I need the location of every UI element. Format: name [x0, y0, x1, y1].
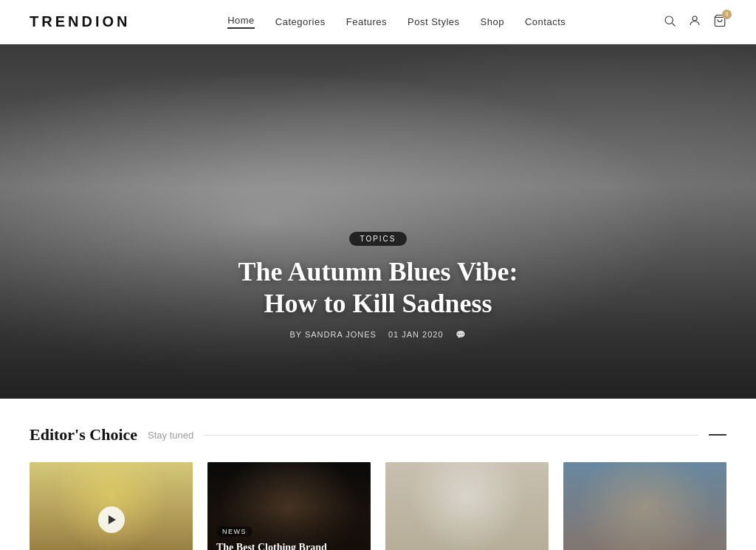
card-2-overlay-text: NEWS The Best Clothing Brand Commercial: [207, 515, 371, 550]
nav-shop[interactable]: Shop: [481, 16, 504, 27]
hero-meta: BY SANDRA JONES 01 JAN 2020 💬: [0, 330, 756, 340]
hero-topic-badge[interactable]: TOPICS: [349, 232, 406, 246]
card-1[interactable]: NEWS Trending Photos on the Internet thi…: [30, 462, 193, 550]
svg-point-2: [693, 16, 697, 21]
section-divider-dash: [709, 434, 726, 436]
section-title: Editor's Choice: [30, 425, 137, 444]
section-subtitle: Stay tuned: [148, 430, 193, 441]
search-icon[interactable]: [663, 14, 676, 30]
header-icons: 0: [663, 14, 726, 30]
hero-comment-icon: 💬: [456, 330, 467, 339]
card-3[interactable]: NEWS New Advertisement Agencies in Europ…: [385, 462, 549, 550]
card-3-image-wrap: [385, 462, 549, 550]
nav-features[interactable]: Features: [346, 16, 387, 27]
cards-grid: NEWS Trending Photos on the Internet thi…: [30, 462, 726, 550]
card-4-image: [563, 462, 726, 550]
hero-content: TOPICS The Autumn Blues Vibe: How to Kil…: [0, 231, 756, 340]
card-2-overlay-category: NEWS: [216, 526, 252, 537]
card-4-image-wrap: [563, 462, 726, 550]
hero-author: BY SANDRA JONES: [289, 330, 377, 339]
main-nav: Home Categories Features Post Styles Sho…: [227, 15, 566, 29]
hero-section[interactable]: TOPICS The Autumn Blues Vibe: How to Kil…: [0, 44, 756, 399]
svg-line-1: [672, 23, 675, 26]
hero-title[interactable]: The Autumn Blues Vibe: How to Kill Sadne…: [0, 256, 756, 320]
nav-contacts[interactable]: Contacts: [525, 16, 566, 27]
hero-title-line2: How to Kill Sadness: [264, 289, 492, 318]
card-2[interactable]: NEWS The Best Clothing Brand Commercial: [207, 462, 371, 550]
cart-badge: 0: [722, 10, 732, 19]
nav-home[interactable]: Home: [227, 15, 255, 29]
nav-post-styles[interactable]: Post Styles: [408, 16, 460, 27]
card-1-image-wrap: [30, 462, 193, 550]
nav-categories[interactable]: Categories: [275, 16, 326, 27]
cart-icon-wrap[interactable]: 0: [713, 14, 726, 30]
card-4[interactable]: NEWS Simple Rules of Happy and Healthy L…: [563, 462, 726, 550]
logo[interactable]: TRENDION: [30, 13, 130, 30]
editors-choice-section: Editor's Choice Stay tuned NEWS Trending…: [0, 399, 756, 550]
card-2-image-wrap: NEWS The Best Clothing Brand Commercial: [207, 462, 371, 550]
user-icon[interactable]: [688, 14, 701, 30]
card-3-image: [385, 462, 549, 550]
section-divider-line: [204, 435, 698, 436]
site-header: TRENDION Home Categories Features Post S…: [0, 0, 756, 44]
card-1-play-button[interactable]: [98, 506, 125, 533]
card-2-overlay-title: The Best Clothing Brand Commercial: [216, 541, 362, 550]
hero-title-line1: The Autumn Blues Vibe:: [238, 257, 518, 286]
hero-date: 01 JAN 2020: [388, 330, 444, 339]
section-header: Editor's Choice Stay tuned: [30, 425, 726, 444]
svg-point-0: [665, 16, 673, 24]
